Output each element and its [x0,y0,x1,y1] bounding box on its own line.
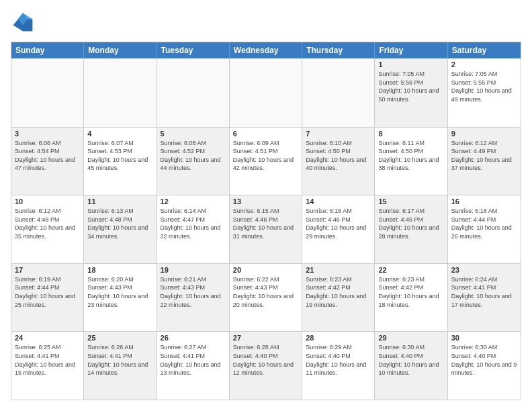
day-info: Sunrise: 6:30 AMSunset: 4:40 PMDaylight:… [378,343,443,377]
calendar-cell-2-6: 16Sunrise: 6:18 AMSunset: 4:44 PMDayligh… [448,195,521,263]
header-cell-saturday: Saturday [448,42,521,58]
calendar-cell-4-3: 27Sunrise: 6:28 AMSunset: 4:40 PMDayligh… [230,332,302,400]
calendar-cell-3-3: 20Sunrise: 6:22 AMSunset: 4:43 PMDayligh… [230,264,302,332]
calendar-cell-2-2: 12Sunrise: 6:14 AMSunset: 4:47 PMDayligh… [157,195,230,263]
day-number: 3 [15,130,80,138]
calendar-cell-3-2: 19Sunrise: 6:21 AMSunset: 4:43 PMDayligh… [157,264,230,332]
header-cell-monday: Monday [84,42,157,58]
day-number: 9 [451,130,517,138]
day-number: 2 [451,60,517,68]
calendar-cell-1-4: 7Sunrise: 6:10 AMSunset: 4:50 PMDaylight… [302,128,375,195]
calendar-cell-1-3: 6Sunrise: 6:09 AMSunset: 4:51 PMDaylight… [230,128,302,195]
day-number: 10 [15,197,80,205]
calendar-cell-3-6: 23Sunrise: 6:24 AMSunset: 4:41 PMDayligh… [448,264,521,332]
day-info: Sunrise: 6:19 AMSunset: 4:44 PMDaylight:… [15,275,80,309]
calendar-cell-1-1: 4Sunrise: 6:07 AMSunset: 4:53 PMDaylight… [84,128,157,195]
day-number: 6 [233,130,298,138]
day-info: Sunrise: 6:14 AMSunset: 4:47 PMDaylight:… [161,207,226,240]
day-number: 5 [161,130,226,138]
day-info: Sunrise: 6:08 AMSunset: 4:52 PMDaylight:… [161,139,226,173]
day-info: Sunrise: 6:07 AMSunset: 4:53 PMDaylight:… [87,139,152,173]
day-number: 1 [378,60,443,68]
day-number: 20 [233,266,298,274]
header-cell-tuesday: Tuesday [157,42,230,58]
day-number: 29 [378,334,443,342]
day-number: 11 [87,197,152,205]
day-number: 26 [161,334,226,342]
day-info: Sunrise: 6:20 AMSunset: 4:43 PMDaylight:… [87,275,152,309]
day-info: Sunrise: 6:22 AMSunset: 4:43 PMDaylight:… [233,275,298,309]
calendar-cell-0-0 [11,58,84,127]
day-info: Sunrise: 7:05 AMSunset: 5:55 PMDaylight:… [451,70,517,103]
calendar-body: 1Sunrise: 7:05 AMSunset: 5:56 PMDaylight… [11,58,521,400]
calendar-cell-0-3 [230,58,302,127]
header-cell-sunday: Sunday [11,42,84,58]
calendar-header: SundayMondayTuesdayWednesdayThursdayFrid… [11,42,521,58]
day-info: Sunrise: 6:23 AMSunset: 4:42 PMDaylight:… [378,275,443,309]
calendar-cell-4-5: 29Sunrise: 6:30 AMSunset: 4:40 PMDayligh… [375,332,447,400]
day-info: Sunrise: 6:23 AMSunset: 4:42 PMDaylight:… [306,275,371,309]
day-info: Sunrise: 6:17 AMSunset: 4:45 PMDaylight:… [378,207,443,240]
day-info: Sunrise: 6:26 AMSunset: 4:41 PMDaylight:… [87,343,152,377]
day-number: 28 [306,334,371,342]
header-cell-friday: Friday [375,42,447,58]
calendar-cell-4-4: 28Sunrise: 6:29 AMSunset: 4:40 PMDayligh… [302,332,375,400]
logo-icon [11,11,35,35]
day-info: Sunrise: 6:18 AMSunset: 4:44 PMDaylight:… [451,207,517,240]
calendar-cell-1-5: 8Sunrise: 6:11 AMSunset: 4:50 PMDaylight… [375,128,447,195]
day-number: 12 [161,197,226,205]
calendar-cell-3-4: 21Sunrise: 6:23 AMSunset: 4:42 PMDayligh… [302,264,375,332]
calendar: SundayMondayTuesdayWednesdayThursdayFrid… [11,42,521,400]
day-number: 4 [87,130,152,138]
calendar-row-2: 10Sunrise: 6:12 AMSunset: 4:48 PMDayligh… [11,195,521,263]
day-info: Sunrise: 6:16 AMSunset: 4:46 PMDaylight:… [306,207,371,240]
calendar-cell-2-3: 13Sunrise: 6:15 AMSunset: 4:46 PMDayligh… [230,195,302,263]
calendar-cell-3-5: 22Sunrise: 6:23 AMSunset: 4:42 PMDayligh… [375,264,447,332]
day-info: Sunrise: 6:24 AMSunset: 4:41 PMDaylight:… [451,275,517,309]
calendar-cell-1-2: 5Sunrise: 6:08 AMSunset: 4:52 PMDaylight… [157,128,230,195]
calendar-cell-4-2: 26Sunrise: 6:27 AMSunset: 4:41 PMDayligh… [157,332,230,400]
day-number: 16 [451,197,517,205]
day-number: 14 [306,197,371,205]
header-cell-thursday: Thursday [302,42,375,58]
day-info: Sunrise: 6:30 AMSunset: 4:40 PMDaylight:… [451,343,517,377]
day-number: 25 [87,334,152,342]
day-number: 7 [306,130,371,138]
day-number: 23 [451,266,517,274]
day-info: Sunrise: 6:28 AMSunset: 4:40 PMDaylight:… [233,343,298,377]
day-info: Sunrise: 6:12 AMSunset: 4:48 PMDaylight:… [15,207,80,240]
day-number: 30 [451,334,517,342]
day-info: Sunrise: 6:09 AMSunset: 4:51 PMDaylight:… [233,139,298,173]
calendar-cell-2-0: 10Sunrise: 6:12 AMSunset: 4:48 PMDayligh… [11,195,84,263]
calendar-cell-2-5: 15Sunrise: 6:17 AMSunset: 4:45 PMDayligh… [375,195,447,263]
calendar-cell-4-0: 24Sunrise: 6:25 AMSunset: 4:41 PMDayligh… [11,332,84,400]
day-number: 8 [378,130,443,138]
calendar-cell-0-6: 2Sunrise: 7:05 AMSunset: 5:55 PMDaylight… [448,58,521,127]
day-info: Sunrise: 7:05 AMSunset: 5:56 PMDaylight:… [378,70,443,103]
calendar-cell-0-1 [84,58,157,127]
day-info: Sunrise: 6:25 AMSunset: 4:41 PMDaylight:… [15,343,80,377]
day-number: 21 [306,266,371,274]
logo [11,11,38,35]
page: SundayMondayTuesdayWednesdayThursdayFrid… [0,0,532,411]
day-info: Sunrise: 6:15 AMSunset: 4:46 PMDaylight:… [233,207,298,240]
calendar-cell-3-0: 17Sunrise: 6:19 AMSunset: 4:44 PMDayligh… [11,264,84,332]
calendar-cell-2-1: 11Sunrise: 6:13 AMSunset: 4:48 PMDayligh… [84,195,157,263]
day-number: 13 [233,197,298,205]
calendar-cell-4-6: 30Sunrise: 6:30 AMSunset: 4:40 PMDayligh… [448,332,521,400]
day-number: 19 [161,266,226,274]
calendar-cell-1-6: 9Sunrise: 6:12 AMSunset: 4:49 PMDaylight… [448,128,521,195]
calendar-cell-0-4 [302,58,375,127]
day-info: Sunrise: 6:29 AMSunset: 4:40 PMDaylight:… [306,343,371,377]
day-info: Sunrise: 6:12 AMSunset: 4:49 PMDaylight:… [451,139,517,173]
day-number: 22 [378,266,443,274]
calendar-row-4: 24Sunrise: 6:25 AMSunset: 4:41 PMDayligh… [11,331,521,400]
day-number: 18 [87,266,152,274]
day-number: 15 [378,197,443,205]
day-info: Sunrise: 6:21 AMSunset: 4:43 PMDaylight:… [161,275,226,309]
day-number: 17 [15,266,80,274]
day-number: 27 [233,334,298,342]
calendar-cell-0-2 [157,58,230,127]
calendar-row-1: 3Sunrise: 6:06 AMSunset: 4:54 PMDaylight… [11,127,521,195]
calendar-cell-0-5: 1Sunrise: 7:05 AMSunset: 5:56 PMDaylight… [375,58,447,127]
